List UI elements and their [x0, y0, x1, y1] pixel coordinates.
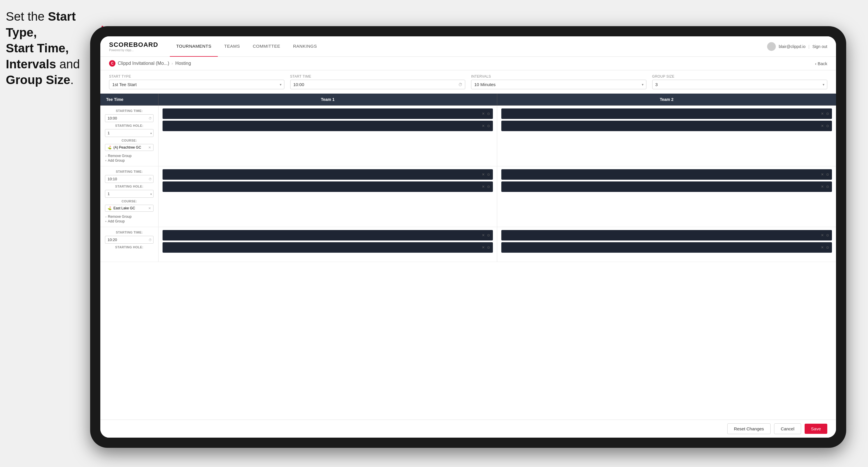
starting-time-input-2[interactable] [105, 175, 154, 183]
remove-group-2[interactable]: ○ Remove Group [105, 215, 154, 219]
starting-hole-select-2[interactable]: 1 10 [105, 190, 154, 198]
nav-tabs: TOURNAMENTS TEAMS COMMITTEE RANKINGS [170, 36, 767, 57]
player-x-icon[interactable]: ✕ [821, 124, 824, 128]
table-header: Tee Time Team 1 Team 2 [100, 94, 836, 105]
starting-time-input-wrapper-1: ⏱ [105, 114, 154, 122]
annotation-text: Set the Start Type, Start Time, Interval… [6, 9, 99, 88]
starting-time-input-1[interactable] [105, 114, 154, 122]
remove-group-1[interactable]: ○ Remove Group [105, 154, 154, 158]
player-edit-icon[interactable]: ⊙ [487, 124, 490, 128]
player-row: ✕ ⊙ [162, 230, 493, 241]
starting-time-label-2: STARTING TIME: [105, 170, 154, 173]
starting-hole-select-wrapper-2: 1 10 [105, 190, 154, 198]
course-icon-2: ⛳ [107, 207, 112, 210]
add-group-2[interactable]: + Add Group [105, 219, 154, 223]
intervals-select-wrapper: 10 Minutes 8 Minutes 12 Minutes [471, 80, 646, 89]
nav-avatar [767, 42, 776, 51]
course-label-1: COURSE: [105, 139, 154, 142]
player-x-icon[interactable]: ✕ [482, 245, 485, 249]
footer-bar: Reset Changes Cancel Save [100, 419, 836, 438]
logo-area: SCOREBOARD Powered by clipp... [109, 41, 158, 52]
starting-time-label-1: STARTING TIME: [105, 109, 154, 113]
course-name-1: (A) Peachtree GC [114, 146, 141, 150]
player-edit-icon[interactable]: ⊙ [487, 233, 490, 237]
time-icon-3: ⏱ [149, 238, 152, 242]
team2-cell-1: ✕ ⊙ ✕ ⊙ [497, 105, 836, 166]
save-button[interactable]: Save [805, 424, 827, 434]
th-tee-time: Tee Time [100, 94, 158, 105]
player-edit-icon[interactable]: ⊙ [826, 112, 829, 116]
nav-right: blair@clippd.io | Sign out [767, 42, 827, 51]
team2-cell-3: ✕ ⊙ ✕ ⊙ [497, 227, 836, 262]
th-team2: Team 2 [497, 94, 836, 105]
tee-cell-3: STARTING TIME: ⏱ STARTING HOLE: [100, 227, 158, 262]
intervals-select[interactable]: 10 Minutes 8 Minutes 12 Minutes [471, 80, 646, 89]
back-button[interactable]: ‹ Back [815, 61, 827, 66]
start-time-label: Start Time [290, 74, 466, 79]
starting-hole-label-2: STARTING HOLE: [105, 185, 154, 188]
main-content: Tee Time Team 1 Team 2 STARTING TIME: ⏱ … [100, 94, 836, 419]
player-edit-icon[interactable]: ⊙ [826, 173, 829, 177]
course-remove-1[interactable]: ✕ [148, 146, 151, 150]
sub-header: C Clippd Invitational (Mo...) › Hosting … [100, 57, 836, 70]
annotation-bold-start-type: Start Type, [6, 9, 75, 39]
player-edit-icon[interactable]: ⊙ [487, 245, 490, 249]
player-row: ✕ ⊙ [501, 242, 832, 253]
player-x-icon[interactable]: ✕ [821, 112, 824, 116]
team1-cell-1: ✕ ⊙ ✕ ⊙ [158, 105, 497, 166]
player-x-icon[interactable]: ✕ [482, 112, 485, 116]
start-type-select[interactable]: 1st Tee Start Shotgun Start [109, 80, 284, 89]
breadcrumb-tournament[interactable]: Clippd Invitational (Mo...) [118, 61, 169, 66]
start-time-input[interactable] [290, 80, 466, 89]
player-edit-icon[interactable]: ⊙ [487, 112, 490, 116]
player-edit-icon[interactable]: ⊙ [826, 185, 829, 189]
team2-cell-2: ✕ ⊙ ✕ ⊙ [497, 166, 836, 227]
player-row: ✕ ⊙ [162, 242, 493, 253]
sign-out-link[interactable]: Sign out [812, 44, 827, 49]
starting-hole-label-1: STARTING HOLE: [105, 124, 154, 127]
player-row: ✕ ⊙ [162, 182, 493, 192]
player-row: ✕ ⊙ [501, 108, 832, 119]
tee-cell-1: STARTING TIME: ⏱ STARTING HOLE: 1 10 COU… [100, 105, 158, 166]
player-row: ✕ ⊙ [162, 121, 493, 131]
player-edit-icon[interactable]: ⊙ [487, 173, 490, 177]
start-type-select-wrapper: 1st Tee Start Shotgun Start [109, 80, 284, 89]
course-tag-2: ⛳ East Lake GC ✕ [105, 205, 154, 212]
player-edit-icon[interactable]: ⊙ [487, 185, 490, 189]
player-edit-icon[interactable]: ⊙ [826, 124, 829, 128]
course-tag-1: ⛳ (A) Peachtree GC ✕ [105, 144, 154, 151]
course-remove-2[interactable]: ✕ [148, 207, 151, 210]
starting-time-input-wrapper-3: ⏱ [105, 236, 154, 244]
player-x-icon[interactable]: ✕ [482, 233, 485, 237]
player-x-icon[interactable]: ✕ [482, 124, 485, 128]
nav-tab-committee[interactable]: COMMITTEE [246, 36, 287, 57]
player-row: ✕ ⊙ [501, 169, 832, 180]
player-x-icon[interactable]: ✕ [482, 173, 485, 177]
nav-tab-teams[interactable]: TEAMS [218, 36, 246, 57]
group-row: STARTING TIME: ⏱ STARTING HOLE: 1 10 COU… [100, 166, 836, 227]
reset-changes-button[interactable]: Reset Changes [727, 424, 771, 434]
player-x-icon[interactable]: ✕ [821, 233, 824, 237]
tablet-frame: SCOREBOARD Powered by clipp... TOURNAMEN… [90, 26, 846, 448]
nav-tab-rankings[interactable]: RANKINGS [287, 36, 323, 57]
nav-tab-tournaments[interactable]: TOURNAMENTS [170, 36, 218, 57]
team1-cell-2: ✕ ⊙ ✕ ⊙ [158, 166, 497, 227]
th-team1: Team 1 [158, 94, 497, 105]
tee-cell-2: STARTING TIME: ⏱ STARTING HOLE: 1 10 COU… [100, 166, 158, 227]
group-size-select-wrapper: 3 2 4 [652, 80, 828, 89]
group-size-select[interactable]: 3 2 4 [652, 80, 828, 89]
user-email: blair@clippd.io [779, 44, 805, 49]
player-x-icon[interactable]: ✕ [821, 185, 824, 189]
player-x-icon[interactable]: ✕ [482, 185, 485, 189]
starting-time-input-3[interactable] [105, 236, 154, 244]
starting-hole-select-1[interactable]: 1 10 [105, 129, 154, 137]
player-row: ✕ ⊙ [501, 230, 832, 241]
start-type-label: Start Type [109, 74, 284, 79]
logo-sub: Powered by clipp... [109, 49, 158, 52]
player-edit-icon[interactable]: ⊙ [826, 233, 829, 237]
add-group-1[interactable]: + Add Group [105, 158, 154, 162]
cancel-button[interactable]: Cancel [774, 424, 801, 434]
player-x-icon[interactable]: ✕ [821, 245, 824, 249]
player-edit-icon[interactable]: ⊙ [826, 245, 829, 249]
player-x-icon[interactable]: ✕ [821, 173, 824, 177]
